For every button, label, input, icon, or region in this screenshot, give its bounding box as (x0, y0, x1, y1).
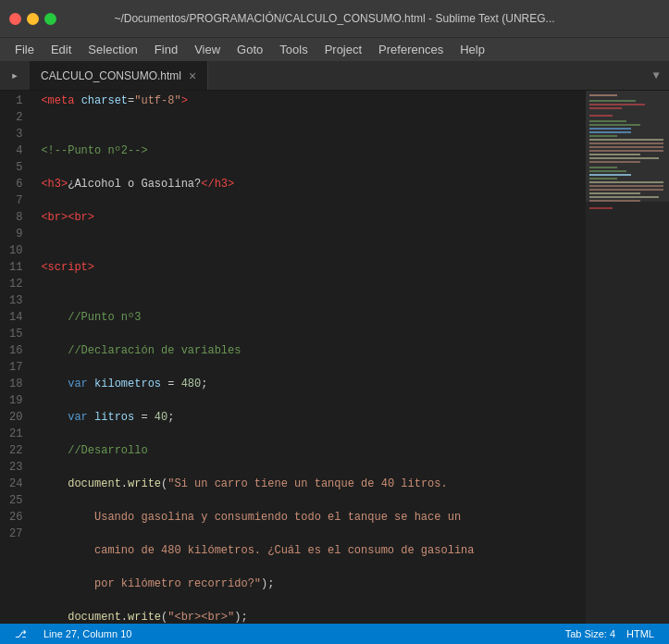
tab-close-button[interactable]: × (189, 68, 196, 83)
line-num-10: 10 (9, 242, 30, 259)
line-num-27: 27 (9, 526, 30, 542)
window-title: ~/Documentos/PROGRAMACIÓN/CALCULO_CONSUM… (0, 12, 669, 25)
line-numbers: 1 2 3 4 5 6 7 8 9 10 11 12 13 14 15 16 1… (0, 91, 37, 624)
menu-view[interactable]: View (187, 41, 228, 58)
menu-bar: File Edit Selection Find View Goto Tools… (0, 37, 669, 61)
minimap-visual (586, 91, 669, 624)
svg-rect-28 (589, 207, 613, 209)
menu-find[interactable]: Find (147, 41, 185, 58)
git-branch-icon: ⎇ (9, 628, 32, 640)
line-num-13: 13 (9, 292, 30, 309)
menu-edit[interactable]: Edit (43, 41, 79, 58)
menu-preferences[interactable]: Preferences (371, 41, 451, 58)
traffic-lights (9, 13, 56, 25)
line-num-8: 8 (9, 209, 30, 226)
line-num-15: 15 (9, 326, 30, 342)
title-bar: ~/Documentos/PROGRAMACIÓN/CALCULO_CONSUM… (0, 0, 669, 37)
close-button[interactable] (9, 13, 21, 25)
menu-help[interactable]: Help (452, 41, 492, 58)
maximize-button[interactable] (44, 13, 56, 25)
line-num-17: 17 (9, 359, 30, 376)
line-num-19: 19 (9, 392, 30, 409)
line-num-9: 9 (9, 226, 30, 242)
minimap (586, 91, 669, 624)
syntax-info[interactable]: HTML (621, 628, 660, 639)
line-num-14: 14 (9, 309, 30, 326)
line-num-22: 22 (9, 442, 30, 459)
line-column-info[interactable]: Line 27, Column 10 (38, 628, 137, 639)
line-num-20: 20 (9, 409, 30, 426)
line-num-11: 11 (9, 259, 30, 276)
line-num-21: 21 (9, 426, 30, 442)
menu-selection[interactable]: Selection (81, 41, 144, 58)
tab-filename: CALCULO_CONSUMO.html (41, 69, 181, 82)
minimap-toggle[interactable]: ▼ (643, 61, 669, 90)
line-num-23: 23 (9, 459, 30, 476)
line-num-7: 7 (9, 192, 30, 209)
line-num-6: 6 (9, 176, 30, 192)
minimize-button[interactable] (27, 13, 39, 25)
menu-tools[interactable]: Tools (272, 41, 315, 58)
line-num-26: 26 (9, 509, 30, 526)
line-num-1: 1 (9, 93, 30, 109)
line-num-5: 5 (9, 159, 30, 176)
menu-goto[interactable]: Goto (229, 41, 270, 58)
line-num-4: 4 (9, 142, 30, 159)
code-editor[interactable]: <meta charset="utf-8"> <!--Punto nº2--> … (37, 91, 586, 624)
sidebar-toggle[interactable]: ▸ (0, 61, 30, 90)
line-num-12: 12 (9, 276, 30, 292)
status-bar: ⎇ Line 27, Column 10 Tab Size: 4 HTML (0, 624, 669, 644)
line-num-18: 18 (9, 376, 30, 392)
status-left: ⎇ Line 27, Column 10 (9, 628, 137, 640)
line-num-2: 2 (9, 109, 30, 126)
line-num-24: 24 (9, 476, 30, 492)
tab-bar: ▸ CALCULO_CONSUMO.html × ▼ (0, 61, 669, 91)
menu-project[interactable]: Project (317, 41, 369, 58)
line-num-16: 16 (9, 342, 30, 359)
editor-tab[interactable]: CALCULO_CONSUMO.html × (30, 61, 208, 90)
status-right: Tab Size: 4 HTML (560, 628, 660, 639)
menu-file[interactable]: File (7, 41, 42, 58)
code-content: <meta charset="utf-8"> <!--Punto nº2--> … (41, 93, 586, 624)
svg-rect-29 (586, 91, 669, 202)
line-num-25: 25 (9, 492, 30, 509)
line-num-3: 3 (9, 126, 30, 142)
tab-size-info[interactable]: Tab Size: 4 (560, 628, 621, 639)
editor-container: 1 2 3 4 5 6 7 8 9 10 11 12 13 14 15 16 1… (0, 91, 669, 624)
